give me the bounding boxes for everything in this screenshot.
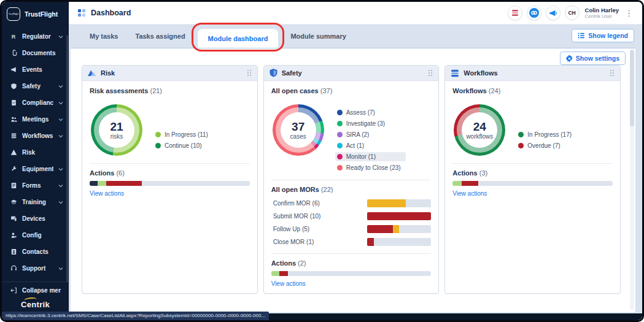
sidebar-item-documents[interactable]: Documents xyxy=(2,45,69,61)
kebab-menu-icon[interactable]: ⋮ xyxy=(623,9,635,18)
form-icon xyxy=(10,182,17,189)
legend-item[interactable]: In Progress (17) xyxy=(516,130,576,139)
safety-donut-label: cases xyxy=(290,133,306,140)
sidebar-item-equipment[interactable]: Equipment xyxy=(2,161,69,177)
risk-donut-label: risks xyxy=(111,133,123,140)
sidebar-item-contacts[interactable]: Contacts xyxy=(2,243,69,260)
risk-actions-heading: Actions (6) xyxy=(90,169,250,177)
sidebar-item-label: Meetings xyxy=(22,116,53,123)
tab-my-tasks[interactable]: My tasks xyxy=(81,25,126,48)
safety-view-actions-link[interactable]: View actions xyxy=(271,280,432,287)
status-url-tooltip: https://learncentrik-3.centrik.net/SMS/C… xyxy=(2,312,269,320)
tab-module-summary[interactable]: Module summary xyxy=(282,25,354,48)
sidebar-item-risk[interactable]: Risk xyxy=(2,144,69,161)
user-info[interactable]: Colin Harley Centrik User xyxy=(585,7,619,20)
show-legend-button[interactable]: Show legend xyxy=(572,29,634,42)
content-scrollbar[interactable] xyxy=(630,50,634,310)
devices-icon xyxy=(10,215,17,222)
sidebar-item-config[interactable]: Config xyxy=(2,227,69,243)
shield-icon xyxy=(10,83,17,90)
risk-donut-chart[interactable]: 21 risks xyxy=(91,104,142,156)
stack-icon xyxy=(10,132,17,139)
risk-view-actions-link[interactable]: View actions xyxy=(90,190,250,197)
legend-item[interactable]: Investigate (3) xyxy=(335,119,406,128)
tab-tasks-assigned[interactable]: Tasks assigned xyxy=(126,25,193,48)
workflows-legend: In Progress (17) Overdue (7) xyxy=(516,130,576,156)
chevron-down-icon xyxy=(58,85,63,88)
risk-card-title: Risk xyxy=(101,69,242,77)
sidebar-item-label: Workflows xyxy=(22,132,53,139)
show-settings-button[interactable]: Show settings xyxy=(560,52,626,65)
sidebar-item-training[interactable]: Training xyxy=(2,194,69,210)
legend-item[interactable]: Overdue (7) xyxy=(516,141,576,150)
main-area: Dashboard CH Colin Harley Centri xyxy=(69,2,642,320)
sidebar-item-label: Equipment xyxy=(22,166,53,172)
workflows-donut-chart[interactable]: 24 workflows xyxy=(454,104,505,156)
legend-dot xyxy=(155,132,161,137)
sidebar-item-forms[interactable]: Forms xyxy=(2,177,69,194)
sidebar-item-workflows[interactable]: Workflows xyxy=(2,128,69,144)
user-gear-icon xyxy=(10,232,17,239)
risk-section-heading: Risk assessments (21) xyxy=(90,87,250,94)
legend-item-highlighted[interactable]: Monitor (1) xyxy=(335,152,406,161)
sidebar-item-support[interactable]: Support xyxy=(2,260,69,277)
tab-module-dashboard[interactable]: Module dashboard xyxy=(198,29,279,48)
legend-item[interactable]: Ready to Close (23) xyxy=(335,163,406,172)
chevron-down-icon xyxy=(58,35,63,39)
mor-row[interactable]: Close MOR (1) xyxy=(271,238,432,246)
legend-dot xyxy=(337,154,343,159)
legend-item[interactable]: Continue (10) xyxy=(153,141,213,150)
trustflight-logo-icon: TrustFlight xyxy=(7,7,20,21)
activity-feed-button[interactable] xyxy=(508,6,522,20)
share-link-button[interactable] xyxy=(527,6,541,20)
collapse-menu-label: Collapse menu xyxy=(22,287,61,294)
sidebar: TrustFlight TrustFlight R Regulator Docu… xyxy=(2,2,69,320)
chevron-down-icon xyxy=(58,267,63,270)
mor-row[interactable]: Confirm MOR (6) xyxy=(271,199,432,207)
drag-handle-icon[interactable] xyxy=(247,69,252,77)
chevron-down-icon xyxy=(58,101,63,105)
safety-donut-chart[interactable]: 37 cases xyxy=(273,104,324,156)
sidebar-scrollbar[interactable] xyxy=(66,35,68,282)
collapse-arrow-icon xyxy=(10,287,17,294)
user-name: Colin Harley xyxy=(585,7,619,13)
tab-content-panel: Show settings Risk Risk as xyxy=(71,48,635,312)
divider xyxy=(90,163,250,164)
people-icon xyxy=(10,116,17,123)
sidebar-item-devices[interactable]: Devices xyxy=(2,210,69,227)
chevron-down-icon xyxy=(58,118,63,121)
brand: TrustFlight TrustFlight xyxy=(2,2,69,25)
document-check-icon xyxy=(10,99,17,106)
collapse-menu-button[interactable]: Collapse menu xyxy=(2,282,69,298)
legend-dot xyxy=(518,143,524,148)
scrollbar-thumb[interactable] xyxy=(630,50,634,126)
workflows-donut-value: 24 xyxy=(473,121,486,132)
drag-handle-icon[interactable] xyxy=(428,69,433,77)
workflows-donut-label: workflows xyxy=(466,133,493,140)
sidebar-item-events[interactable]: Events xyxy=(2,61,69,78)
sidebar-nav: R Regulator Documents Events Safety xyxy=(2,25,69,282)
announcements-button[interactable] xyxy=(546,6,561,20)
legend-item[interactable]: SIRA (2) xyxy=(335,130,406,139)
workflows-card: Workflows Workflows (24) 24 xyxy=(444,65,621,294)
sidebar-item-safety[interactable]: Safety xyxy=(2,78,69,94)
sidebar-item-regulator[interactable]: R Regulator xyxy=(2,28,69,45)
sidebar-item-label: Risk xyxy=(22,149,63,156)
workflows-card-header[interactable]: Workflows xyxy=(445,66,620,81)
risk-card-header[interactable]: Risk xyxy=(82,66,257,81)
sidebar-item-compliance[interactable]: Compliance xyxy=(2,94,69,111)
sidebar-item-meetings[interactable]: Meetings xyxy=(2,111,69,128)
safety-card-header[interactable]: Safety xyxy=(264,66,439,81)
legend-item[interactable]: In Progress (11) xyxy=(153,130,213,139)
graduation-cap-icon xyxy=(10,199,17,205)
mor-row[interactable]: Submit MOR (10) xyxy=(271,212,432,220)
legend-item[interactable]: Act (1) xyxy=(335,141,406,150)
mor-row[interactable]: Follow Up (5) xyxy=(271,225,432,233)
legend-item[interactable]: Assess (7) xyxy=(335,108,406,117)
drag-handle-icon[interactable] xyxy=(610,69,615,77)
show-settings-label: Show settings xyxy=(576,55,619,62)
workflows-view-actions-link[interactable]: View actions xyxy=(452,190,613,197)
chevron-down-icon xyxy=(58,184,63,188)
user-avatar[interactable]: CH xyxy=(565,6,580,20)
divider xyxy=(452,163,613,164)
